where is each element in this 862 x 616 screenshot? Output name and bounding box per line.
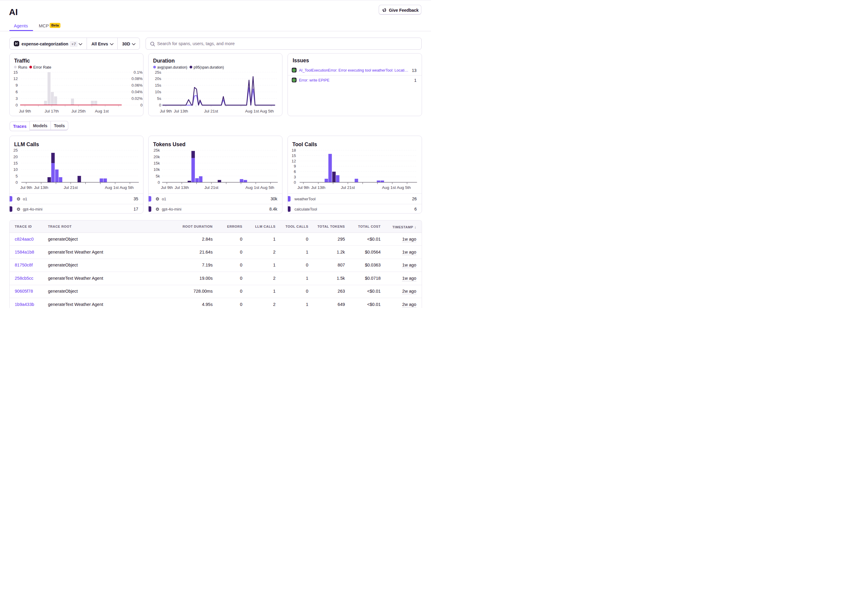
svg-text:Jul 13th: Jul 13th [311, 185, 325, 190]
svg-text:LLM Calls: LLM Calls [14, 141, 39, 148]
svg-text:Jul 17th: Jul 17th [44, 109, 59, 113]
svg-text:Jul 9th: Jul 9th [160, 109, 172, 113]
svg-text:Aug 5th: Aug 5th [120, 185, 134, 190]
svg-text:12: 12 [292, 159, 296, 163]
svg-text:Runs: Runs [18, 65, 28, 69]
svg-text:Tokens Used: Tokens Used [153, 141, 185, 148]
svg-text:9: 9 [294, 164, 296, 169]
svg-text:0.08%: 0.08% [132, 76, 143, 81]
svg-text:10s: 10s [155, 90, 161, 94]
svg-text:Jul 9th: Jul 9th [297, 185, 309, 190]
svg-text:6: 6 [294, 169, 296, 174]
svg-text:18: 18 [292, 148, 296, 152]
svg-text:avg(span.duration): avg(span.duration) [157, 65, 187, 69]
svg-text:15k: 15k [154, 161, 160, 165]
svg-text:Jul 21st: Jul 21st [204, 185, 219, 190]
svg-text:15: 15 [292, 153, 296, 158]
svg-text:Jul 21st: Jul 21st [341, 185, 355, 190]
svg-text:Aug 1st: Aug 1st [95, 109, 109, 113]
svg-text:0: 0 [16, 180, 18, 185]
svg-text:3: 3 [294, 175, 296, 179]
svg-text:Tool Calls: Tool Calls [292, 141, 317, 148]
svg-text:Aug 5th: Aug 5th [260, 185, 274, 190]
svg-text:Jul 13th: Jul 13th [174, 109, 188, 113]
svg-text:25: 25 [14, 148, 18, 152]
svg-text:Aug 5th: Aug 5th [397, 185, 411, 190]
svg-text:0: 0 [16, 103, 18, 107]
svg-text:20s: 20s [155, 76, 161, 81]
svg-text:5s: 5s [157, 96, 161, 101]
svg-text:25s: 25s [155, 70, 161, 75]
svg-text:25k: 25k [154, 148, 160, 152]
svg-text:0: 0 [140, 103, 143, 107]
svg-text:9: 9 [16, 83, 18, 88]
svg-text:0.06%: 0.06% [132, 83, 143, 88]
svg-text:15s: 15s [155, 83, 161, 88]
svg-text:Jul 9th: Jul 9th [161, 185, 173, 190]
svg-text:20k: 20k [154, 155, 160, 159]
svg-text:Jul 13th: Jul 13th [175, 185, 189, 190]
svg-text:Aug 1st: Aug 1st [105, 185, 119, 190]
svg-text:10: 10 [14, 167, 18, 172]
svg-text:10k: 10k [154, 167, 160, 172]
svg-text:Error Rate: Error Rate [33, 65, 52, 69]
svg-text:p95(span.duration): p95(span.duration) [194, 65, 224, 69]
svg-text:3: 3 [16, 96, 18, 101]
svg-text:0.1%: 0.1% [133, 70, 143, 75]
svg-text:Traffic: Traffic [14, 58, 30, 64]
svg-text:0: 0 [159, 103, 161, 107]
svg-text:0: 0 [158, 180, 160, 185]
svg-text:5k: 5k [156, 174, 160, 178]
svg-text:12: 12 [14, 76, 18, 81]
svg-text:Aug 1st: Aug 1st [382, 185, 396, 190]
svg-text:Aug 5th: Aug 5th [260, 109, 274, 113]
svg-text:5: 5 [16, 174, 18, 178]
svg-text:20: 20 [14, 155, 18, 159]
svg-text:Jul 9th: Jul 9th [19, 109, 31, 113]
svg-text:Jul 13th: Jul 13th [34, 185, 48, 190]
svg-text:15: 15 [14, 70, 18, 75]
svg-text:Jul 21st: Jul 21st [204, 109, 218, 113]
svg-text:0.02%: 0.02% [132, 96, 143, 101]
svg-text:Jul 9th: Jul 9th [20, 185, 32, 190]
svg-text:Aug 1st: Aug 1st [245, 185, 259, 190]
svg-text:6: 6 [16, 90, 18, 94]
svg-text:0.04%: 0.04% [132, 90, 143, 94]
svg-text:Jul 21st: Jul 21st [64, 185, 78, 190]
svg-text:Aug 1st: Aug 1st [245, 109, 259, 113]
svg-text:15: 15 [14, 161, 18, 165]
svg-text:Duration: Duration [153, 58, 175, 64]
svg-text:0: 0 [294, 180, 296, 185]
svg-text:Jul 25th: Jul 25th [71, 109, 85, 113]
